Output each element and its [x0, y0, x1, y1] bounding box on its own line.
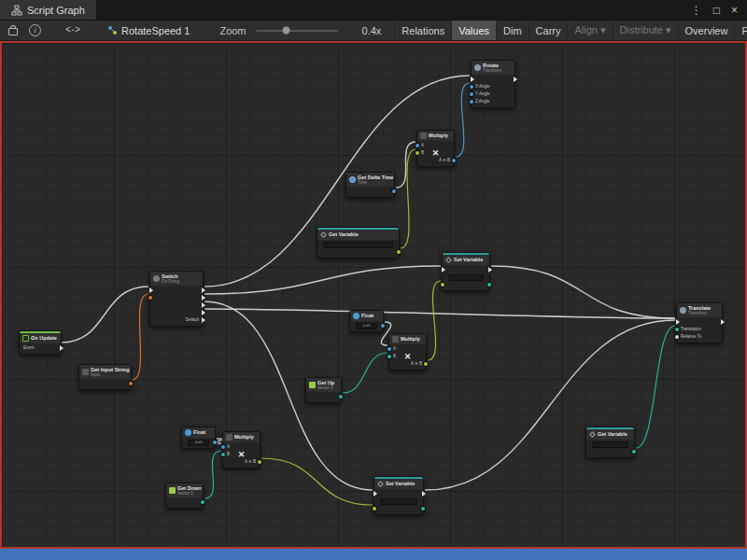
zoom-slider-knob[interactable] — [282, 26, 290, 35]
port-label: B — [393, 355, 422, 359]
variable-name-field[interactable] — [448, 274, 484, 281]
toolbar-button-carry[interactable]: Carry — [529, 21, 568, 41]
input-port[interactable] — [441, 283, 444, 287]
close-icon[interactable]: × — [731, 0, 738, 21]
clock-icon — [349, 176, 356, 183]
node-title: Multiply — [429, 133, 448, 138]
variable-name-field[interactable] — [592, 441, 628, 448]
output-port[interactable] — [129, 382, 133, 385]
toolbar-button-values[interactable]: Values — [451, 21, 496, 41]
vector3-icon — [169, 487, 176, 494]
info-icon[interactable]: i — [29, 24, 41, 36]
node-get-variable-2[interactable]: Get Variable — [585, 427, 635, 458]
output-port[interactable] — [452, 159, 456, 162]
variable-name-field[interactable] — [380, 498, 417, 505]
input-port[interactable] — [149, 287, 153, 293]
graph-toolbar: i <·> RotateSpeed 1 Zoom 0.4x RelationsV… — [0, 21, 747, 41]
toolbar-button-overview[interactable]: Overview — [678, 21, 735, 41]
output-port[interactable] — [381, 324, 385, 328]
output-port[interactable] — [202, 317, 205, 323]
node-translate[interactable]: TranslateTransformTranslationRelative To — [676, 302, 723, 343]
node-title: Time — [358, 180, 391, 185]
node-get-up[interactable]: Get UpVector 3 — [305, 377, 342, 403]
node-multiply-1[interactable]: MultiplyABA ✕ B✕ — [416, 130, 455, 167]
zoom-label: Zoom — [219, 25, 246, 36]
node-get-down[interactable]: Get DownVector 3 — [165, 483, 204, 509]
node-get-delta-time[interactable]: Get Delta TimeTime — [345, 172, 395, 198]
output-port[interactable] — [514, 77, 517, 82]
output-port[interactable] — [258, 460, 261, 464]
node-float-2[interactable]: Float-0.01 — [181, 427, 216, 449]
toolbar-button-align[interactable]: Align ▾ — [567, 21, 612, 41]
node-multiply-2[interactable]: MultiplyABA ✕ B✕ — [388, 333, 427, 371]
nodes-layer: On UpdateEventGet Input StringInputSwitc… — [2, 43, 745, 547]
output-port[interactable] — [422, 491, 426, 497]
input-port[interactable] — [416, 144, 419, 147]
graph-breadcrumb[interactable]: RotateSpeed 1 — [107, 25, 190, 36]
output-port[interactable] — [202, 302, 205, 308]
port-label: Event — [23, 346, 57, 351]
input-port[interactable] — [676, 319, 680, 325]
output-port[interactable] — [488, 267, 492, 273]
output-port[interactable] — [60, 345, 63, 351]
toolbar-button-dim[interactable]: Dim — [496, 21, 529, 41]
node-multiply-3[interactable]: MultiplyABA ✕ B✕ — [222, 431, 261, 469]
output-port[interactable] — [202, 310, 205, 315]
input-port[interactable] — [675, 328, 679, 331]
node-title: Multiply — [401, 336, 420, 342]
node-set-variable-2[interactable]: Set Variable — [374, 476, 424, 515]
variable-icon — [445, 257, 452, 263]
node-switch-on-string[interactable]: SwitchOn StringDefault — [149, 271, 204, 327]
input-port[interactable] — [675, 335, 679, 339]
graph-canvas[interactable]: On UpdateEventGet Input StringInputSwitc… — [0, 41, 747, 549]
output-port[interactable] — [202, 287, 205, 293]
output-port[interactable] — [721, 319, 725, 325]
node-get-input-string[interactable]: Get Input StringInput — [78, 364, 132, 390]
output-port[interactable] — [397, 250, 401, 254]
input-port[interactable] — [470, 100, 473, 104]
input-port[interactable] — [374, 491, 377, 497]
input-port[interactable] — [388, 347, 391, 351]
lock-icon[interactable] — [8, 28, 18, 35]
input-port[interactable] — [470, 92, 473, 96]
output-port[interactable] — [421, 507, 425, 511]
output-port[interactable] — [632, 450, 636, 454]
connect-nodes-icon[interactable]: <·> — [65, 25, 79, 35]
node-on-update[interactable]: On UpdateEvent — [19, 330, 62, 355]
toolbar-button-distribute[interactable]: Distribute ▾ — [613, 21, 678, 41]
node-float-1[interactable]: Float0.01 — [349, 310, 384, 332]
input-port[interactable] — [470, 85, 473, 89]
toolbar-button-relations[interactable]: Relations — [394, 21, 451, 41]
toolbar-button-full-screen[interactable]: Full Screen — [734, 21, 747, 41]
input-port[interactable] — [388, 355, 391, 358]
tab-script-graph[interactable]: Script Graph — [0, 0, 97, 20]
output-port[interactable] — [202, 295, 205, 301]
node-title: Set Variable — [386, 481, 415, 486]
variable-name-field[interactable]: 0.01 — [356, 323, 377, 329]
zoom-slider-track[interactable] — [256, 30, 338, 32]
menu-icon[interactable]: ⋮ — [691, 0, 702, 21]
node-rotate[interactable]: RotateTransformX AngleY AngleZ Angle — [471, 60, 515, 108]
input-port[interactable] — [416, 151, 419, 155]
output-port[interactable] — [487, 283, 491, 287]
output-port[interactable] — [424, 362, 428, 366]
output-port[interactable] — [201, 500, 204, 504]
input-port[interactable] — [148, 296, 152, 300]
variable-name-field[interactable] — [323, 242, 393, 248]
node-set-variable-1[interactable]: Set Variable — [442, 252, 490, 291]
multiply-icon — [392, 336, 399, 343]
node-get-variable-1[interactable]: Get Variable — [317, 227, 400, 259]
maximize-icon[interactable]: □ — [713, 0, 720, 21]
input-port[interactable] — [221, 453, 225, 456]
input-port[interactable] — [373, 507, 376, 511]
zoom-slider[interactable] — [256, 25, 338, 36]
input-port[interactable] — [442, 267, 445, 273]
variable-name-field[interactable]: -0.01 — [188, 440, 209, 446]
input-port[interactable] — [471, 77, 474, 82]
input-port[interactable] — [221, 445, 225, 449]
output-port[interactable] — [213, 441, 217, 444]
output-port[interactable] — [339, 395, 343, 399]
graph-chip-icon — [107, 25, 118, 35]
variable-icon — [377, 481, 384, 487]
output-port[interactable] — [392, 189, 396, 193]
